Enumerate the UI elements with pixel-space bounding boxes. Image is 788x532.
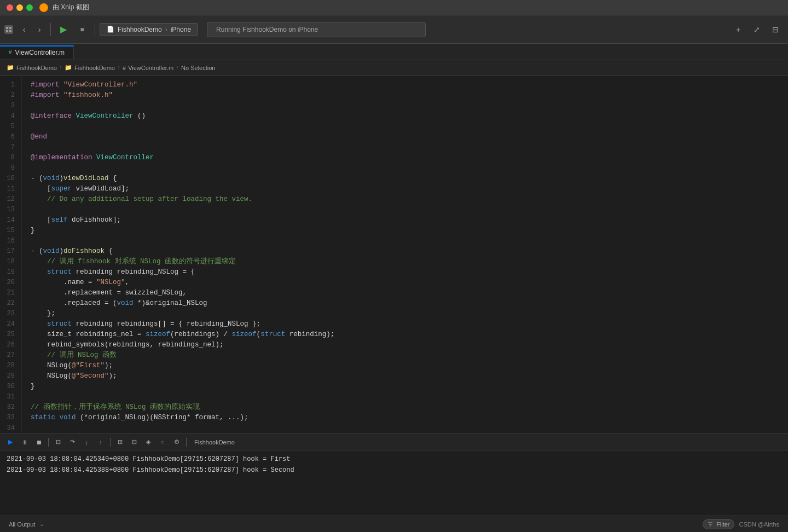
debug-step-over[interactable]: ↷ <box>66 436 78 448</box>
code-line <box>31 163 779 174</box>
breadcrumb-group[interactable]: 📁 FishhookDemo <box>65 64 115 71</box>
scheme-label: FishhookDemo <box>118 26 162 33</box>
line-number-28: 28 <box>2 361 19 371</box>
code-line: // Do any additional setup after loading… <box>31 194 779 205</box>
status-left: All Output ⌄ <box>9 521 44 528</box>
stop-button[interactable]: ■ <box>74 21 90 38</box>
line-number-27: 27 <box>2 350 19 361</box>
svg-rect-3 <box>9 30 11 32</box>
code-line <box>31 122 779 132</box>
code-line: @interface ViewController () <box>31 111 779 122</box>
maximize-button[interactable] <box>26 4 33 11</box>
line-number-5: 5 <box>2 122 19 132</box>
toolbar-right: + ⤢ ⊟ <box>730 21 784 38</box>
line-number-12: 12 <box>2 194 19 205</box>
line-number-34: 34 <box>2 423 19 433</box>
output-arrow: ⌄ <box>39 521 44 528</box>
debug-step-in[interactable]: ↓ <box>80 436 92 448</box>
code-line: .replacement = swizzled_NSLog, <box>31 288 779 298</box>
line-number-4: 4 <box>2 111 19 122</box>
breadcrumb-selection: No Selection <box>181 65 215 71</box>
code-line: // 调用 NSLog 函数 <box>31 350 779 361</box>
grid-icon[interactable] <box>4 25 13 34</box>
breadcrumb-file[interactable]: # ViewController.m <box>123 65 173 71</box>
close-button[interactable] <box>7 4 13 11</box>
debug-view-hierarchy[interactable]: ⊟ <box>128 436 140 448</box>
code-line: @implementation ViewController <box>31 153 779 163</box>
debug-toolbar: ▶ ⏸ ⏹ ⊟ ↷ ↓ ↑ ⊞ ⊟ ◈ ≈ ⚙ FishhookDemo <box>0 434 788 450</box>
code-line: #import "ViewController.h" <box>31 80 779 90</box>
debug-environment[interactable]: ⚙ <box>171 436 183 448</box>
split-button[interactable]: ⊟ <box>767 21 784 38</box>
code-line: struct rebinding rebindings[] = { rebind… <box>31 319 779 329</box>
line-number-1: 1 <box>2 80 19 90</box>
all-output-label: All Output <box>9 521 35 528</box>
svg-rect-1 <box>9 27 11 29</box>
line-number-29: 29 <box>2 371 19 381</box>
code-line: NSLog(@"First"); <box>31 361 779 371</box>
add-button[interactable]: + <box>730 21 746 38</box>
code-line: @end <box>31 132 779 142</box>
debug-split-button[interactable]: ⊟ <box>52 436 64 448</box>
code-line <box>31 205 779 215</box>
code-line: [super viewDidLoad]; <box>31 184 779 194</box>
line-number-7: 7 <box>2 142 19 153</box>
debug-simulate[interactable]: ≈ <box>157 436 169 448</box>
window-controls <box>4 25 13 34</box>
line-number-19: 19 <box>2 267 19 277</box>
debug-line: 2021-09-03 18:08:04.425388+0800 Fishhook… <box>7 465 781 476</box>
code-line: } <box>31 381 779 392</box>
line-number-16: 16 <box>2 236 19 246</box>
debug-pause-button[interactable]: ⏸ <box>19 436 31 448</box>
line-number-21: 21 <box>2 288 19 298</box>
file-icon: # <box>9 49 12 55</box>
traffic-lights <box>7 4 33 11</box>
line-number-26: 26 <box>2 340 19 350</box>
line-number-3: 3 <box>2 101 19 111</box>
status-right: Filter CSDN @Airths <box>703 519 779 529</box>
code-editor[interactable]: 1234567891011121314151617181920212223242… <box>0 76 788 433</box>
expand-button[interactable]: ⤢ <box>749 21 765 38</box>
file-tab-viewcontroller[interactable]: # ViewController.m <box>0 45 74 59</box>
line-number-9: 9 <box>2 163 19 174</box>
back-button[interactable]: ‹ <box>18 23 31 36</box>
debug-stop-button[interactable]: ⏹ <box>33 436 45 448</box>
line-number-31: 31 <box>2 392 19 402</box>
svg-rect-0 <box>6 27 8 29</box>
target-label: iPhone <box>171 26 191 33</box>
line-number-10: 10 <box>2 174 19 184</box>
filter-button[interactable]: Filter <box>703 519 734 529</box>
code-line <box>31 236 779 246</box>
line-number-13: 13 <box>2 205 19 215</box>
code-line: // 调用 fishhook 对系统 NSLog 函数的符号进行重绑定 <box>31 257 779 267</box>
code-content[interactable]: #import "ViewController.h"#import "fishh… <box>22 76 788 433</box>
forward-button[interactable]: › <box>33 23 46 36</box>
debug-step-out[interactable]: ↑ <box>95 436 107 448</box>
line-number-14: 14 <box>2 215 19 225</box>
line-number-8: 8 <box>2 153 19 163</box>
code-line: } <box>31 225 779 236</box>
svg-rect-2 <box>6 30 8 32</box>
code-line: - (void)doFishhook { <box>31 246 779 257</box>
minimize-button[interactable] <box>16 4 23 11</box>
code-line <box>31 101 779 111</box>
line-number-22: 22 <box>2 298 19 309</box>
line-number-24: 24 <box>2 319 19 329</box>
code-line: .name = "NSLog", <box>31 277 779 288</box>
line-number-6: 6 <box>2 132 19 142</box>
debug-line: 2021-09-03 18:08:04.425349+0800 Fishhook… <box>7 454 781 465</box>
code-line: }; <box>31 309 779 319</box>
debug-frame[interactable]: ⊞ <box>114 436 126 448</box>
file-tab-name: ViewController.m <box>15 49 65 56</box>
title-text: 由 Xnip 截图 <box>53 3 89 12</box>
status-bar: All Output ⌄ Filter CSDN @Airths <box>0 516 788 532</box>
code-line: [self doFishhook]; <box>31 215 779 225</box>
line-number-33: 33 <box>2 413 19 423</box>
breadcrumb: 📁 FishhookDemo › 📁 FishhookDemo › # View… <box>0 60 788 76</box>
run-button[interactable]: ▶ <box>55 21 72 38</box>
debug-play-button[interactable]: ▶ <box>4 436 16 448</box>
debug-memory-graph[interactable]: ◈ <box>142 436 154 448</box>
code-line: // 函数指针，用于保存系统 NSLog 函数的原始实现 <box>31 402 779 413</box>
scheme-tab[interactable]: 📄 FishhookDemo › iPhone <box>100 23 198 36</box>
breadcrumb-project[interactable]: FishhookDemo <box>16 65 57 71</box>
